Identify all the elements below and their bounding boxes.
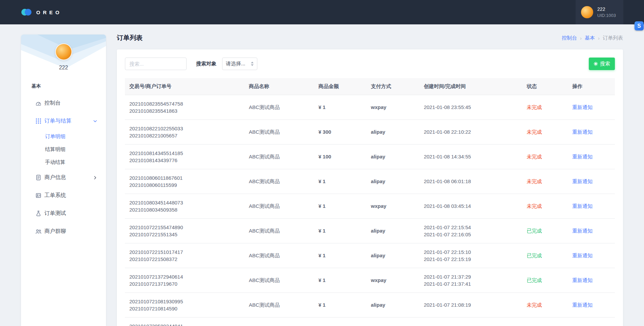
select-arrows-icon <box>251 62 254 66</box>
pay-method: alipay <box>366 119 419 144</box>
workorder-icon <box>35 192 42 199</box>
created-time: 2021-01-08 06:01:18 <box>424 178 518 185</box>
status-badge: 已完成 <box>527 253 542 258</box>
column-header-amount: 商品金额 <box>314 78 367 95</box>
status-badge: 未完成 <box>527 104 542 110</box>
sidebar-item-label: 订单与结算 <box>44 117 71 125</box>
column-header-trade-no: 交易号/商户订单号 <box>125 78 244 95</box>
completed-time: 2021-01-07 22:15:19 <box>424 256 518 263</box>
gauge-icon <box>35 100 42 106</box>
merchant-order-no: 20210108143439776 <box>129 157 240 164</box>
product-name: ABC测试商品 <box>244 268 314 292</box>
breadcrumb-console[interactable]: 控制台 <box>562 35 577 41</box>
trade-no: 2021010722151017417 <box>129 248 240 256</box>
completed-time: 2021-01-07 21:37:41 <box>424 280 518 287</box>
search-input[interactable] <box>125 58 187 70</box>
renotify-link[interactable]: 重新通知 <box>572 154 593 159</box>
created-time: 2021-01-08 14:34:55 <box>424 153 518 160</box>
sidebar-subitem-settlement-detail[interactable]: 结算明细 <box>21 143 106 156</box>
pay-method: wxpay <box>366 268 419 292</box>
product-amount: ¥ 1 <box>314 268 367 292</box>
renotify-link[interactable]: 重新通知 <box>572 104 593 110</box>
trade-no: 2021010720580244041 <box>129 323 240 326</box>
product-name: ABC测试商品 <box>244 292 314 317</box>
merchant-order-no: 20210107221551345 <box>129 231 240 238</box>
product-name: ABC测试商品 <box>244 119 314 144</box>
sidebar-item-order-test[interactable]: 订单测试 <box>21 204 106 222</box>
sidebar-item-orders-settlement[interactable]: 订单与结算 <box>21 112 106 130</box>
renotify-link[interactable]: 重新通知 <box>572 203 593 209</box>
filter-bar: 搜索对象 请选择... <box>125 58 615 70</box>
sidebar-item-ticket-system[interactable]: 工单系统 <box>21 187 106 204</box>
ime-indicator-icon[interactable]: S <box>635 21 644 30</box>
completed-time: 2021-01-07 22:16:05 <box>424 231 518 238</box>
pay-method: alipay <box>366 317 419 326</box>
user-avatar <box>581 6 593 18</box>
sidebar: 222 基本 控制台 订单与 <box>21 35 106 326</box>
trade-no: 2021010806011867601 <box>129 174 240 181</box>
created-time: 2021-01-07 21:37:29 <box>424 273 518 280</box>
table-row: 2021010722155474890 20210107221551345 AB… <box>125 218 615 243</box>
column-header-status: 状态 <box>522 78 568 95</box>
brand-logo-icon <box>21 8 32 16</box>
sidebar-subitem-order-detail[interactable]: 订单明细 <box>21 130 106 143</box>
product-amount: ¥ 1 <box>314 292 367 317</box>
sidebar-item-console[interactable]: 控制台 <box>21 94 106 112</box>
renotify-link[interactable]: 重新通知 <box>572 178 593 184</box>
select-value: 请选择... <box>226 61 245 67</box>
search-target-select[interactable]: 请选择... <box>222 58 257 70</box>
breadcrumb-separator: › <box>598 35 600 41</box>
renotify-link[interactable]: 重新通知 <box>572 228 593 234</box>
test-icon <box>35 210 42 217</box>
status-badge: 已完成 <box>527 277 542 283</box>
pay-method: alipay <box>366 218 419 243</box>
renotify-link[interactable]: 重新通知 <box>572 253 593 258</box>
search-button-label: 搜索 <box>600 61 610 67</box>
created-time: 2021-01-07 22:15:54 <box>424 224 518 231</box>
created-time: 2021-01-08 03:45:14 <box>424 202 518 210</box>
status-badge: 未完成 <box>527 203 542 209</box>
trade-no: 2021010822102255033 <box>129 125 240 132</box>
topbar-user[interactable]: 222 UID:1003 <box>576 0 623 24</box>
table-row: 2021010721081930995 20210107210814590 AB… <box>125 292 615 317</box>
status-badge: 未完成 <box>527 129 542 135</box>
renotify-link[interactable]: 重新通知 <box>572 129 593 135</box>
sidebar-item-label: 商户信息 <box>44 174 66 181</box>
brand: OREO <box>21 8 62 16</box>
breadcrumb-basic[interactable]: 基本 <box>585 35 595 41</box>
pay-method: alipay <box>366 144 419 169</box>
product-name: ABC测试商品 <box>244 144 314 169</box>
product-amount: ¥ 1 <box>314 218 367 243</box>
profile-name: 222 <box>21 64 106 71</box>
merchant-order-no: 20210107221508372 <box>129 256 240 263</box>
status-badge: 已完成 <box>527 228 542 234</box>
pay-method: alipay <box>366 292 419 317</box>
sidebar-item-label: 订单测试 <box>44 210 66 217</box>
document-icon <box>35 174 42 181</box>
table-row: 2021010803451448073 20210108034509358 AB… <box>125 194 615 218</box>
column-header-action: 操作 <box>568 78 615 95</box>
trade-no: 2021010722155474890 <box>129 224 240 231</box>
search-button[interactable]: 搜索 <box>589 58 615 70</box>
table-row: 2021010823554574758 20210108235541863 AB… <box>125 95 615 119</box>
product-amount: ¥ 300 <box>314 119 367 144</box>
pay-method: wxpay <box>366 95 419 119</box>
sidebar-item-merchant-info[interactable]: 商户信息 <box>21 169 106 187</box>
created-time: 2021-01-07 21:08:19 <box>424 301 518 308</box>
column-header-product: 商品名称 <box>244 78 314 95</box>
sidebar-profile: 222 <box>21 35 106 71</box>
sidebar-item-merchant-chat[interactable]: 商户群聊 <box>21 222 106 240</box>
sidebar-subitem-manual-settlement[interactable]: 手动结算 <box>21 156 106 169</box>
product-name: ABC测试商品 <box>244 194 314 218</box>
sidebar-section-label: 基本 <box>31 83 106 89</box>
created-time: 2021-01-07 22:15:10 <box>424 248 518 256</box>
sidebar-menu: 控制台 订单与结算 订单明细 结算明细 <box>21 94 106 240</box>
merchant-order-no: 20210108235541863 <box>129 107 240 114</box>
order-table: 交易号/商户订单号 商品名称 商品金额 支付方式 创建时间/完成时间 状态 操作… <box>125 78 615 326</box>
trade-no: 2021010803451448073 <box>129 199 240 206</box>
renotify-link[interactable]: 重新通知 <box>572 277 593 283</box>
table-row: 2021010721372940614 20210107213719670 AB… <box>125 268 615 292</box>
table-row: 2021010814345514185 20210108143439776 AB… <box>125 144 615 169</box>
renotify-link[interactable]: 重新通知 <box>572 302 593 308</box>
page-title: 订单列表 <box>117 34 143 42</box>
